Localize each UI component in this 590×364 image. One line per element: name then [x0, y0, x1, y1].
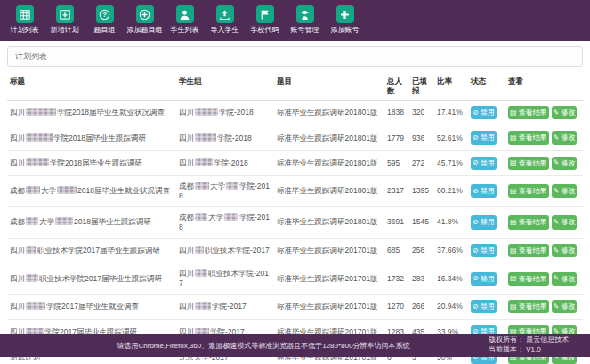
disable-button[interactable]: ⊘禁用	[471, 215, 497, 229]
toolbar-item-school-code[interactable]: 学校代码	[245, 5, 285, 36]
cell-group: 成都大学学院-2018	[176, 206, 274, 238]
cell-text: 职业技术学院-2017	[205, 246, 270, 255]
toolbar-item-label: 账号管理	[291, 27, 319, 36]
cell-ratio: 41.8%	[434, 206, 468, 238]
view-results-button[interactable]: ▤查看结果	[508, 215, 549, 229]
disable-button[interactable]: ⊘禁用	[471, 300, 497, 313]
view-results-label: 查看结果	[519, 133, 547, 142]
col-header-ratio: 比率	[434, 72, 468, 101]
edit-button[interactable]: ✎修改	[552, 131, 578, 144]
cell-filled: 266	[409, 295, 434, 320]
disable-button[interactable]: ⊘禁用	[471, 106, 497, 119]
cell-text: 大学	[39, 217, 54, 226]
toolbar-item-add-account[interactable]: 添加账号	[325, 5, 365, 36]
student-list-icon	[176, 5, 194, 23]
toolbar-item-import-students[interactable]: 导入学生	[205, 5, 245, 36]
cell-group: 四川学院-2018	[176, 125, 274, 150]
view-results-label: 查看结果	[519, 159, 547, 167]
edit-label: 修改	[561, 275, 575, 283]
view-results-button[interactable]: ▤查看结果	[508, 106, 549, 119]
redacted-text	[26, 217, 38, 225]
edit-label: 修改	[561, 303, 575, 311]
cell-text: 成都	[179, 213, 194, 222]
cell-status: ⊘禁用	[468, 206, 505, 238]
edit-button[interactable]: ✎修改	[552, 244, 578, 257]
cell-actions: ▤查看结果 ✎修改	[505, 239, 583, 263]
disable-button[interactable]: ⊘禁用	[471, 157, 497, 170]
redacted-text	[26, 186, 40, 194]
toolbar-item-label: 计划列表	[11, 27, 39, 36]
footer-copyright: 版权所有： 最云信息技术	[489, 336, 585, 345]
toolbar-item-question-group[interactable]: ? 题目组	[85, 5, 125, 36]
col-header-topic: 题目	[274, 72, 384, 101]
view-results-button[interactable]: ▤查看结果	[508, 300, 549, 313]
view-results-label: 查看结果	[519, 187, 547, 195]
disable-icon: ⊘	[473, 188, 479, 195]
view-results-icon: ▤	[510, 275, 517, 282]
toolbar-item-label: 添加账号	[331, 27, 360, 36]
school-code-icon	[256, 5, 274, 23]
view-results-label: 查看结果	[519, 109, 547, 117]
edit-button[interactable]: ✎修改	[552, 272, 578, 286]
redacted-text	[195, 108, 218, 116]
cell-status: ⊘禁用	[468, 263, 505, 295]
cell-filled: 1545	[409, 206, 434, 238]
toolbar-item-add-question-group[interactable]: 添加题目组	[125, 5, 165, 36]
view-results-button[interactable]: ▤查看结果	[508, 272, 549, 286]
disable-button[interactable]: ⊘禁用	[471, 272, 497, 286]
redacted-text	[195, 269, 207, 277]
disable-button[interactable]: ⊘禁用	[471, 244, 497, 257]
cell-topic: 标准毕业生跟踪调研201801版	[274, 175, 384, 206]
toolbar-item-student-list[interactable]: 学生列表	[165, 5, 205, 36]
plan-list-icon	[16, 5, 34, 23]
edit-button[interactable]: ✎修改	[552, 215, 578, 229]
cell-text: 学院-2018	[214, 158, 248, 167]
cell-group: 四川职业技术学院-2017	[176, 239, 274, 263]
cell-text: 四川	[10, 302, 25, 311]
redacted-text	[26, 158, 49, 166]
app-root: { "toolbar": { "items": [ {"label": "计划列…	[0, 0, 590, 364]
view-results-button[interactable]: ▤查看结果	[508, 184, 549, 198]
cell-status: ⊘禁用	[468, 175, 505, 206]
cell-text: 学院2018届毕业生就业状况调查	[57, 108, 165, 117]
edit-button[interactable]: ✎修改	[552, 106, 578, 119]
cell-text: 学院-2017	[212, 302, 247, 311]
breadcrumb-label: 计划列表	[15, 52, 47, 61]
disable-button-label: 禁用	[481, 109, 495, 117]
redacted-text	[195, 182, 209, 190]
view-results-icon: ▤	[510, 134, 517, 142]
cell-title: 四川学院2018届毕业生跟踪调研	[7, 125, 176, 150]
toolbar-item-label: 新增计划	[51, 27, 79, 36]
edit-icon: ✎	[554, 109, 560, 117]
cell-text: 四川	[10, 133, 25, 142]
cell-ratio: 45.71%	[434, 150, 468, 175]
toolbar-item-label: 添加题目组	[127, 27, 163, 36]
cell-text: 职业技术学院2017届毕业生跟踪调研	[37, 246, 160, 255]
edit-button[interactable]: ✎修改	[552, 157, 578, 170]
disable-button[interactable]: ⊘禁用	[471, 131, 497, 144]
disable-button-label: 禁用	[481, 159, 495, 167]
toolbar-item-plan-list[interactable]: 计划列表	[4, 5, 44, 36]
view-results-button[interactable]: ▤查看结果	[508, 244, 549, 257]
cell-actions: ▤查看结果 ✎修改	[505, 150, 583, 175]
view-results-icon: ▤	[510, 109, 517, 117]
disable-button[interactable]: ⊘禁用	[471, 184, 497, 198]
edit-button[interactable]: ✎修改	[552, 184, 578, 198]
view-results-button[interactable]: ▤查看结果	[508, 157, 549, 170]
edit-button[interactable]: ✎修改	[552, 300, 578, 313]
table-row: 成都大学2018届毕业生跟踪调研 成都大学学院-2018 标准毕业生跟踪调研20…	[7, 206, 583, 238]
cell-status: ⊘禁用	[468, 150, 505, 175]
cell-filled: 1395	[409, 175, 434, 206]
cell-text: 四川	[10, 246, 25, 255]
cell-filled: 272	[409, 150, 434, 175]
cell-actions: ▤查看结果 ✎修改	[505, 125, 583, 150]
plan-table-body: 四川学院2018届毕业生就业状况调查 四川学院-2018 标准毕业生跟踪调研20…	[7, 101, 583, 364]
toolbar-item-label: 学生列表	[171, 27, 199, 36]
toolbar-item-add-plan[interactable]: 新增计划	[44, 5, 85, 36]
disable-button-label: 禁用	[481, 187, 495, 195]
redacted-text	[26, 274, 38, 282]
toolbar-item-account-management[interactable]: 账号管理	[285, 5, 325, 36]
cell-group: 成都大学学院-2018	[176, 175, 274, 206]
view-results-button[interactable]: ▤查看结果	[508, 131, 549, 144]
disable-icon: ⊘	[473, 159, 479, 166]
